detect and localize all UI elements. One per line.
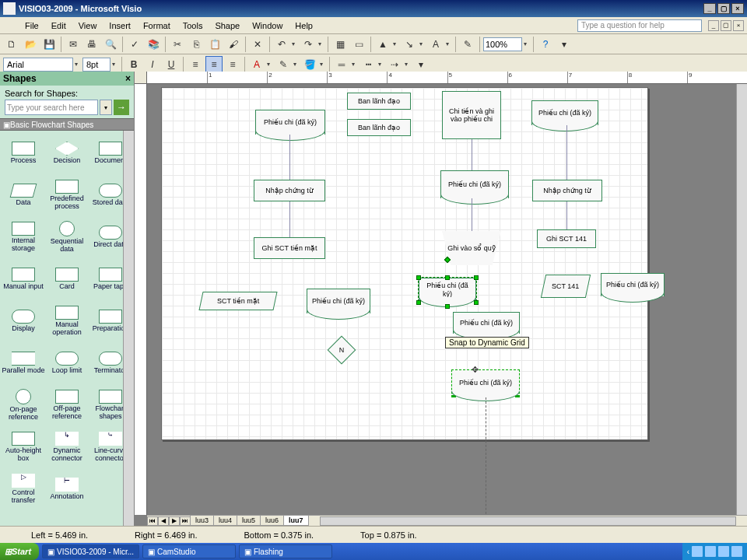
undo-button[interactable]: ↶ (273, 36, 290, 53)
page-tab-luu4[interactable]: luu4 (213, 516, 237, 526)
shapes-window-button[interactable]: ▦ (331, 36, 349, 53)
shape-phieu-chi-6[interactable]: Phiếu chi (đã ký) (601, 273, 665, 296)
print-button[interactable]: 🖶 (83, 36, 100, 53)
pointer-tool-button[interactable]: ▲ (374, 36, 391, 53)
spelling-button[interactable]: ✓ (126, 36, 143, 53)
font-size-box[interactable]: 8pt (82, 58, 110, 72)
menu-file[interactable]: File (19, 19, 45, 32)
shapes-search-input[interactable]: Type your search here (5, 100, 98, 115)
canvas-vertical-scrollbar[interactable] (736, 84, 747, 515)
shape-manual-operation[interactable]: Manual operation (45, 300, 89, 342)
page-tab-luu5[interactable]: luu5 (237, 516, 261, 526)
doc-restore-button[interactable]: ▢ (721, 20, 731, 31)
system-tray[interactable]: ‹ (682, 543, 747, 560)
menu-insert[interactable]: Insert (103, 19, 137, 32)
shape-phieu-chi-ghost[interactable]: Phiếu chi (đã ký) (451, 369, 520, 397)
shape-decision[interactable]: Decision (45, 132, 89, 174)
canvas-viewport[interactable]: Phiếu chi (đã ký) Ban lãnh đạo Ban lãnh … (147, 84, 747, 515)
format-toolbar-options-button[interactable]: ▾ (412, 56, 430, 73)
connector[interactable] (566, 125, 567, 180)
underline-button[interactable]: U (163, 56, 180, 73)
fill-color-button[interactable]: 🪣 (301, 56, 318, 73)
line-weight-button[interactable]: ═ (333, 56, 350, 73)
ink-button[interactable]: ✎ (459, 36, 476, 53)
format-painter-button[interactable]: 🖌 (225, 36, 242, 53)
shape-ghi-sct-141[interactable]: Ghi SCT 141 (537, 229, 596, 248)
shapes-category-header[interactable]: ▣ Basic Flowchart Shapes (0, 118, 134, 131)
shape-internal-storage[interactable]: Internal storage (2, 216, 45, 258)
cut-button[interactable]: ✂ (169, 36, 186, 53)
shape-phieu-chi-1[interactable]: Phiếu chi (đã ký) (255, 110, 325, 135)
shape-on-page-reference[interactable]: On-page reference (2, 384, 45, 426)
page-tab-luu7[interactable]: luu7 (283, 516, 309, 526)
shape-display[interactable]: Display (2, 300, 45, 342)
shape-ban-lanh-dao-2[interactable]: Ban lãnh đạo (347, 119, 411, 136)
shape-sequential-data[interactable]: Sequential data (45, 216, 89, 258)
maximize-button[interactable]: ▢ (717, 3, 730, 14)
doc-minimize-button[interactable]: _ (708, 20, 719, 31)
canvas-horizontal-scrollbar[interactable] (320, 516, 736, 526)
shape-sct-tien-mat[interactable]: SCT tiền mặt (198, 292, 277, 310)
new-button[interactable]: 🗋 (3, 36, 20, 53)
shapes-scrollbar[interactable] (123, 131, 134, 526)
italic-button[interactable]: I (144, 56, 161, 73)
selection-handle-n[interactable] (445, 275, 450, 280)
tray-icon[interactable] (718, 546, 729, 557)
shape-nhap-chung-tu-1[interactable]: Nhập chứng từ (254, 180, 325, 201)
shape-process[interactable]: Process (2, 132, 45, 174)
tray-expand-icon[interactable]: ‹ (687, 548, 689, 556)
align-center-button[interactable]: ≡ (205, 56, 223, 73)
line-pattern-button[interactable]: ┅ (359, 56, 377, 73)
shape-ban-lanh-dao-1[interactable]: Ban lãnh đạo (347, 93, 411, 110)
shape-phieu-chi-3[interactable]: Phiếu chi (đã ký) (440, 170, 509, 198)
toolbar-options-button[interactable]: ▾ (556, 36, 573, 53)
zoom-box[interactable]: 100% (483, 37, 522, 51)
help-button[interactable]: ? (537, 36, 554, 53)
shape-loop-limit[interactable]: Loop limit (45, 342, 89, 384)
copy-button[interactable]: ⎘ (188, 36, 205, 53)
page-tab-luu6[interactable]: luu6 (260, 516, 284, 526)
tab-nav-next[interactable]: ▶ (169, 516, 180, 526)
close-button[interactable]: × (731, 3, 744, 14)
shape-predefined-process[interactable]: Predefined process (45, 174, 89, 216)
selection-handle-s[interactable] (445, 304, 450, 309)
taskbar-item-camstudio[interactable]: ▣CamStudio (142, 544, 236, 558)
shape-phieu-chi-4[interactable]: Phiếu chi (đã ký) (307, 289, 370, 313)
shape-parallel-mode[interactable]: Parallel mode (2, 342, 45, 384)
align-left-button[interactable]: ≡ (187, 56, 204, 73)
font-color-button[interactable]: A (248, 56, 265, 73)
menu-format[interactable]: Format (137, 19, 177, 32)
minimize-button[interactable]: _ (703, 3, 716, 14)
selection-handle-sw[interactable] (416, 300, 421, 305)
shape-phieu-chi-2[interactable]: Phiếu chi (đã ký) (531, 100, 598, 125)
bold-button[interactable]: B (125, 56, 142, 73)
shape-ghi-sct-tien-mat[interactable]: Ghi SCT tiền mặt (254, 237, 325, 259)
selection-handle-se[interactable] (474, 300, 479, 305)
taskbar-item-flashing[interactable]: ▣Flashing (239, 544, 332, 558)
shapes-panel-close-button[interactable]: × (125, 73, 131, 84)
shapes-search-dropdown[interactable]: ▾ (100, 100, 112, 115)
shape-nhap-chung-tu-2[interactable]: Nhập chứng từ (532, 180, 602, 201)
tray-icon[interactable] (731, 546, 742, 557)
line-ends-button[interactable]: ⇢ (386, 56, 403, 73)
delete-button[interactable]: ✕ (249, 36, 266, 53)
tab-nav-last[interactable]: ⏭ (180, 516, 191, 526)
doc-close-button[interactable]: × (733, 20, 744, 31)
menu-tools[interactable]: Tools (177, 19, 209, 32)
start-button[interactable]: ⊞ Start (0, 543, 39, 560)
connector[interactable] (472, 198, 472, 231)
shape-off-page-reference[interactable]: Off-page reference (45, 384, 89, 426)
font-box[interactable]: Arial (3, 58, 73, 72)
shape-dynamic-connector[interactable]: ↳Dynamic connector (45, 426, 89, 468)
connector[interactable] (472, 139, 472, 170)
shape-manual-input[interactable]: Manual input (2, 258, 45, 300)
shape-chi-tien[interactable]: Chi tiền và ghi vào phiếu chi (442, 91, 501, 139)
email-button[interactable]: ✉ (65, 36, 82, 53)
shape-ghi-vao-so-quy[interactable]: Ghi vào sổ quỹ (442, 231, 501, 265)
paste-button[interactable]: 📋 (206, 36, 223, 53)
selection-handle-nw[interactable] (416, 275, 421, 280)
shape-control-transfer[interactable]: ▷Control transfer (2, 468, 45, 510)
connector[interactable] (289, 135, 290, 180)
menu-shape[interactable]: Shape (209, 19, 246, 32)
shape-sct-141[interactable]: SCT 141 (541, 275, 591, 298)
